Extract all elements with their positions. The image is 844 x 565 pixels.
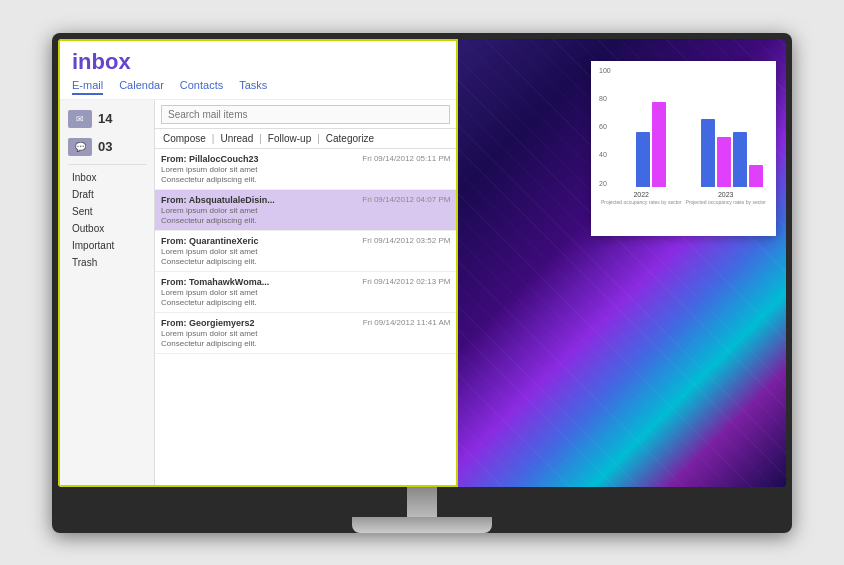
- email-date-1: Fri 09/14/2012 04:07 PM: [362, 195, 450, 204]
- nav-tasks[interactable]: Tasks: [239, 79, 267, 95]
- chart-section-2023: 2023 Projected occupancy rates by sector: [685, 189, 766, 205]
- email-panel: inbox E-mail Calendar Contacts Tasks ✉ 1…: [58, 39, 458, 487]
- bar-2022-pink: [652, 102, 666, 187]
- y-label-80: 80: [599, 95, 611, 102]
- nav-calendar[interactable]: Calendar: [119, 79, 164, 95]
- nav-contacts[interactable]: Contacts: [180, 79, 223, 95]
- email-item-0[interactable]: Fri 09/14/2012 05:11 PM From: PillalocCo…: [155, 149, 456, 190]
- screen: inbox E-mail Calendar Contacts Tasks ✉ 1…: [58, 39, 786, 487]
- background-panel: 20 40 60 80 100: [458, 39, 786, 487]
- y-label-40: 40: [599, 151, 611, 158]
- monitor-neck: [407, 487, 437, 517]
- sidebar: ✉ 14 💬 03 Inbox Draft Sent Outbox Import…: [60, 100, 155, 485]
- bar-2023-blue1: [701, 119, 715, 187]
- y-label-20: 20: [599, 180, 611, 187]
- email-date-0: Fri 09/14/2012 05:11 PM: [362, 154, 450, 163]
- email-preview-0b: Consectetur adipiscing elit.: [161, 175, 450, 184]
- monitor: inbox E-mail Calendar Contacts Tasks ✉ 1…: [52, 33, 792, 533]
- email-list: Fri 09/14/2012 05:11 PM From: PillalocCo…: [155, 149, 456, 485]
- sidebar-divider: [68, 164, 146, 165]
- main-content: Compose | Unread | Follow-up | Categoriz…: [155, 100, 456, 485]
- email-date-3: Fri 09/14/2012 02:13 PM: [362, 277, 450, 286]
- chart-year-2022: 2022: [633, 191, 649, 198]
- sidebar-item-draft[interactable]: Draft: [60, 186, 154, 203]
- email-date-4: Fri 09/14/2012 11:41 AM: [363, 318, 451, 327]
- email-preview-3b: Consectetur adipiscing elit.: [161, 298, 450, 307]
- screen-bezel: inbox E-mail Calendar Contacts Tasks ✉ 1…: [58, 39, 786, 487]
- chat-icon: 💬: [68, 138, 92, 156]
- y-label-100: 100: [599, 67, 611, 74]
- email-preview-1a: Lorem ipsum dolor sit amet: [161, 206, 450, 215]
- email-preview-2b: Consectetur adipiscing elit.: [161, 257, 450, 266]
- email-item-4[interactable]: Fri 09/14/2012 11:41 AM From: Georgiemye…: [155, 313, 456, 354]
- sidebar-item-important[interactable]: Important: [60, 237, 154, 254]
- sidebar-item-trash[interactable]: Trash: [60, 254, 154, 271]
- chart-y-axis: 20 40 60 80 100: [599, 67, 611, 187]
- bar-2023-pink2: [749, 165, 763, 187]
- email-date-2: Fri 09/14/2012 03:52 PM: [362, 236, 450, 245]
- email-count: 14: [98, 111, 112, 126]
- email-preview-1b: Consectetur adipiscing elit.: [161, 216, 450, 225]
- email-preview-3a: Lorem ipsum dolor sit amet: [161, 288, 450, 297]
- app-title: inbox: [72, 49, 444, 75]
- chart-sublabel-2023: Projected occupancy rates by sector: [685, 199, 766, 205]
- search-bar: [155, 100, 456, 129]
- sidebar-item-inbox[interactable]: Inbox: [60, 169, 154, 186]
- bar-2023-blue2: [733, 132, 747, 187]
- sidebar-item-sent[interactable]: Sent: [60, 203, 154, 220]
- email-nav: E-mail Calendar Contacts Tasks: [72, 79, 444, 95]
- email-preview-0a: Lorem ipsum dolor sit amet: [161, 165, 450, 174]
- unread-button[interactable]: Unread: [218, 132, 255, 145]
- email-preview-4b: Consectetur adipiscing elit.: [161, 339, 450, 348]
- email-header: inbox E-mail Calendar Contacts Tasks: [60, 41, 456, 100]
- sidebar-item-outbox[interactable]: Outbox: [60, 220, 154, 237]
- compose-button[interactable]: Compose: [161, 132, 208, 145]
- followup-button[interactable]: Follow-up: [266, 132, 313, 145]
- bar-2023-pink1: [717, 137, 731, 187]
- email-preview-2a: Lorem ipsum dolor sit amet: [161, 247, 450, 256]
- bar-2022-blue: [636, 132, 650, 187]
- sep2: |: [259, 133, 262, 144]
- monitor-stand: [352, 517, 492, 533]
- chart-year-2023: 2023: [718, 191, 734, 198]
- nav-email[interactable]: E-mail: [72, 79, 103, 95]
- email-icon: ✉: [68, 110, 92, 128]
- search-input[interactable]: [161, 105, 450, 124]
- chart-card: 20 40 60 80 100: [591, 61, 776, 236]
- chart-x-axis: 2022 Projected occupancy rates by sector…: [599, 189, 768, 205]
- chat-count: 03: [98, 139, 112, 154]
- toolbar: Compose | Unread | Follow-up | Categoriz…: [155, 129, 456, 149]
- categorize-button[interactable]: Categorize: [324, 132, 376, 145]
- sep3: |: [317, 133, 320, 144]
- email-body: ✉ 14 💬 03 Inbox Draft Sent Outbox Import…: [60, 100, 456, 485]
- sep1: |: [212, 133, 215, 144]
- email-item-1[interactable]: Fri 09/14/2012 04:07 PM From: Absquatula…: [155, 190, 456, 231]
- chart-section-2022: 2022 Projected occupancy rates by sector: [601, 189, 682, 205]
- chart-sublabel-2022: Projected occupancy rates by sector: [601, 199, 682, 205]
- email-item-3[interactable]: Fri 09/14/2012 02:13 PM From: TomahawkWo…: [155, 272, 456, 313]
- email-badge: ✉ 14: [60, 106, 154, 132]
- email-preview-4a: Lorem ipsum dolor sit amet: [161, 329, 450, 338]
- chat-badge: 💬 03: [60, 134, 154, 160]
- y-label-60: 60: [599, 123, 611, 130]
- email-item-2[interactable]: Fri 09/14/2012 03:52 PM From: Quarantine…: [155, 231, 456, 272]
